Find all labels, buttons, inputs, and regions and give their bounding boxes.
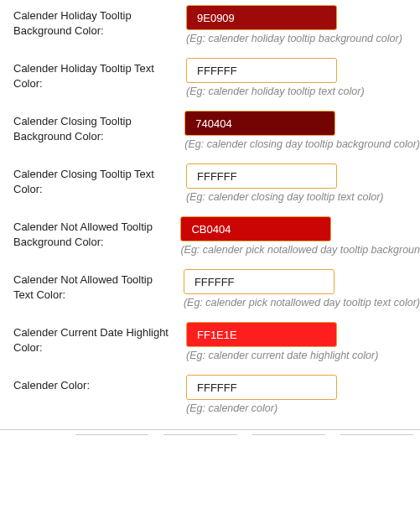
setting-row-notallowed-tooltip-bg: Calender Not Allowed Tooltip Background … bbox=[13, 216, 420, 256]
setting-hint: (Eg: calender closing day tooltip backgr… bbox=[184, 138, 420, 150]
setting-hint: (Eg: calender pick notallowed day toolti… bbox=[180, 244, 420, 256]
setting-field: 740404(Eg: calender closing day tooltip … bbox=[184, 111, 420, 150]
setting-hint: (Eg: calender closing day tooltip text c… bbox=[186, 191, 420, 203]
setting-label: Calender Holiday Tooltip Background Colo… bbox=[13, 5, 186, 39]
color-input-calendar-color[interactable]: FFFFFF bbox=[186, 375, 337, 400]
setting-row-closing-tooltip-text: Calender Closing Tooltip Text Color:FFFF… bbox=[13, 163, 420, 203]
color-input-notallowed-tooltip-bg[interactable]: CB0404 bbox=[180, 216, 331, 241]
setting-field: FF1E1E(Eg: calender current date highlig… bbox=[186, 322, 420, 361]
color-input-holiday-tooltip-text[interactable]: FFFFFF bbox=[186, 58, 337, 83]
setting-field: 9E0909(Eg: calender holiday tooltip back… bbox=[186, 5, 420, 44]
setting-field: FFFFFF(Eg: calender pick notallowed day … bbox=[184, 269, 420, 309]
setting-label: Calender Not Allowed Tooltip Background … bbox=[13, 216, 180, 250]
setting-hint: (Eg: calender current date highlight col… bbox=[186, 350, 420, 361]
setting-hint: (Eg: calender pick notallowed day toolti… bbox=[184, 297, 420, 309]
setting-label: Calender Current Date Highlight Color: bbox=[13, 322, 186, 355]
color-input-closing-tooltip-text[interactable]: FFFFFF bbox=[186, 163, 337, 189]
setting-label: Calender Not Allowed Tooltip Text Color: bbox=[13, 269, 184, 303]
setting-hint: (Eg: calender holiday tooltip background… bbox=[186, 33, 420, 44]
setting-row-holiday-tooltip-text: Calender Holiday Tooltip Text Color:FFFF… bbox=[13, 58, 420, 97]
color-input-current-date-highlight[interactable]: FF1E1E bbox=[186, 322, 337, 347]
setting-field: CB0404(Eg: calender pick notallowed day … bbox=[180, 216, 420, 256]
settings-form: Calender Holiday Tooltip Background Colo… bbox=[0, 5, 420, 419]
setting-row-closing-tooltip-bg: Calender Closing Tooltip Background Colo… bbox=[13, 111, 420, 150]
setting-row-holiday-tooltip-bg: Calender Holiday Tooltip Background Colo… bbox=[13, 5, 420, 44]
window-bottom-bar bbox=[0, 429, 420, 438]
setting-row-calendar-color: Calender Color:FFFFFF(Eg: calender color… bbox=[13, 375, 420, 414]
color-input-holiday-tooltip-bg[interactable]: 9E0909 bbox=[186, 5, 337, 30]
setting-label: Calender Color: bbox=[13, 375, 186, 393]
setting-field: FFFFFF(Eg: calender holiday tooltip text… bbox=[186, 58, 420, 97]
color-input-notallowed-tooltip-text[interactable]: FFFFFF bbox=[184, 269, 334, 294]
setting-hint: (Eg: calender color) bbox=[186, 402, 420, 414]
setting-field: FFFFFF(Eg: calender closing day tooltip … bbox=[186, 163, 420, 203]
setting-hint: (Eg: calender holiday tooltip text color… bbox=[186, 86, 420, 97]
setting-row-current-date-highlight: Calender Current Date Highlight Color:FF… bbox=[13, 322, 420, 361]
setting-field: FFFFFF(Eg: calender color) bbox=[186, 375, 420, 414]
color-input-closing-tooltip-bg[interactable]: 740404 bbox=[184, 111, 335, 136]
setting-label: Calender Closing Tooltip Background Colo… bbox=[13, 111, 184, 144]
setting-label: Calender Holiday Tooltip Text Color: bbox=[13, 58, 186, 91]
setting-label: Calender Closing Tooltip Text Color: bbox=[13, 163, 186, 197]
setting-row-notallowed-tooltip-text: Calender Not Allowed Tooltip Text Color:… bbox=[13, 269, 420, 309]
